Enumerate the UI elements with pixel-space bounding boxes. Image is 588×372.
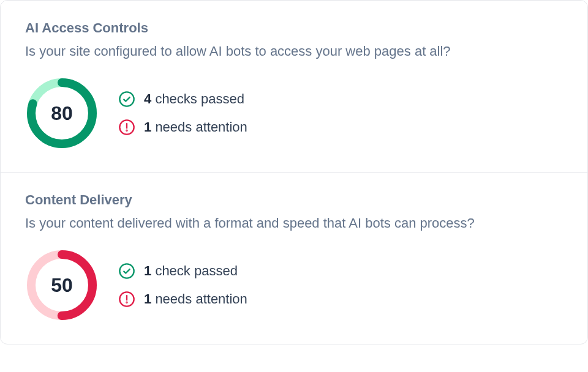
alert-circle-icon [118,119,135,136]
svg-point-11 [126,302,127,303]
alert-circle-icon [118,291,135,308]
checks-attention-text: 1 needs attention [144,119,247,135]
stats-row: 80 4 checks passed [25,76,563,150]
svg-point-8 [119,264,134,278]
checks-attention-item: 1 needs attention [118,119,247,136]
check-circle-icon [118,262,135,280]
score-donut: 50 [25,248,99,322]
checks-attention-item: 1 needs attention [118,291,247,308]
score-value: 50 [51,274,73,297]
stats-row: 50 1 check passed [25,248,563,322]
section-content-delivery: Content Delivery Is your content deliver… [1,172,587,344]
svg-point-2 [119,92,134,106]
section-ai-access-controls: AI Access Controls Is your site configur… [1,1,587,172]
section-title: Content Delivery [25,192,563,208]
section-description: Is your site configured to allow AI bots… [25,43,563,59]
checks-passed-text: 1 check passed [144,263,238,279]
checks-passed-item: 4 checks passed [118,91,247,108]
score-value: 80 [51,102,73,125]
checks-passed-item: 1 check passed [118,262,247,280]
checks-list: 1 check passed 1 needs attentio [118,262,247,308]
svg-point-5 [126,130,127,131]
checks-attention-text: 1 needs attention [144,291,247,307]
checks-list: 4 checks passed 1 needs attenti [118,91,247,136]
score-donut: 80 [25,76,99,150]
check-circle-icon [118,91,135,108]
checks-passed-text: 4 checks passed [144,91,244,107]
section-title: AI Access Controls [25,20,563,36]
report-card: AI Access Controls Is your site configur… [0,0,588,344]
section-description: Is your content delivered with a format … [25,215,563,231]
